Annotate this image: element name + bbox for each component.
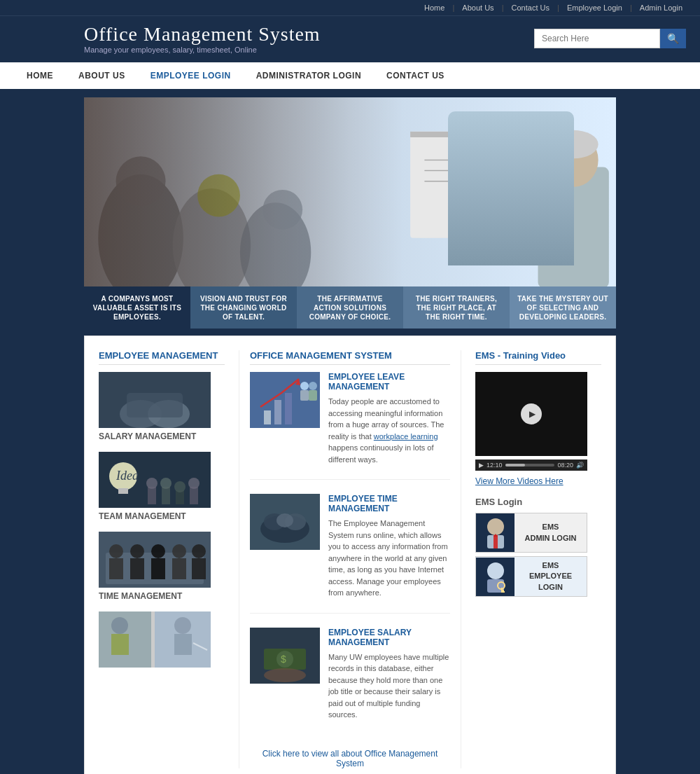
team-management-label: TEAM MANAGEMENT bbox=[99, 511, 225, 521]
svg-rect-53 bbox=[285, 393, 292, 424]
view-more-videos-link[interactable]: View More Videos Here bbox=[475, 476, 601, 486]
svg-rect-52 bbox=[274, 400, 281, 424]
video-total-time: 08:20 bbox=[557, 462, 573, 469]
article-salary-management: $ EMPLOYEE SALARY MANAGEMENT Many UW emp… bbox=[250, 628, 450, 735]
salary-management-item: SALARY MANAGEMENT bbox=[99, 372, 225, 441]
left-col-heading: EMPLOYEE MANAGEMENT bbox=[99, 350, 225, 365]
svg-point-55 bbox=[300, 382, 309, 390]
svg-point-69 bbox=[487, 518, 504, 535]
nav-link-home[interactable]: HOME bbox=[14, 62, 66, 89]
svg-rect-48 bbox=[174, 634, 192, 655]
search-area: 🔍 bbox=[534, 29, 686, 48]
right-column: EMS - Training Video ▶ 12:10 08:20 🔊 Vie… bbox=[475, 350, 601, 768]
workplace-learning-link[interactable]: workplace learning bbox=[374, 432, 438, 441]
svg-rect-21 bbox=[118, 488, 128, 494]
svg-point-68 bbox=[264, 668, 306, 682]
svg-point-33 bbox=[109, 544, 123, 558]
topbar-aboutus-link[interactable]: About Us bbox=[462, 4, 493, 12]
time-management-item: TIME MANAGEMENT bbox=[99, 532, 225, 601]
svg-rect-23 bbox=[148, 487, 156, 504]
article-time-title: EMPLOYEE TIME MANAGEMENT bbox=[328, 494, 450, 513]
hero-image bbox=[84, 97, 616, 286]
article-time-text: The Employee Management System runs onli… bbox=[328, 518, 450, 599]
right-col-heading: EMS - Training Video bbox=[475, 350, 601, 365]
video-play-icon[interactable]: ▶ bbox=[479, 462, 484, 469]
nav: HOME ABOUT US EMPLOYEE LOGIN ADMINISTRAT… bbox=[0, 61, 700, 90]
svg-point-1 bbox=[98, 174, 183, 286]
search-button[interactable]: 🔍 bbox=[660, 29, 686, 48]
time-management-label: TIME MANAGEMENT bbox=[99, 591, 225, 601]
article-time-image bbox=[250, 494, 320, 550]
article-leave-image bbox=[250, 372, 320, 428]
svg-rect-12 bbox=[538, 167, 609, 286]
article-salary-image: $ bbox=[250, 628, 320, 684]
svg-point-26 bbox=[160, 478, 172, 489]
play-button[interactable] bbox=[521, 403, 542, 424]
extra-management-image bbox=[99, 611, 211, 668]
svg-point-28 bbox=[174, 481, 186, 492]
svg-point-39 bbox=[172, 544, 186, 558]
header: Office Management System Manage your emp… bbox=[0, 16, 700, 61]
admin-login-text: EMS ADMIN LOGIN bbox=[514, 518, 587, 547]
topbar-home-link[interactable]: Home bbox=[424, 4, 444, 12]
svg-point-2 bbox=[116, 156, 166, 206]
nav-item-home[interactable]: HOME bbox=[14, 62, 66, 89]
svg-point-73 bbox=[487, 562, 504, 579]
svg-point-56 bbox=[309, 382, 317, 390]
svg-rect-34 bbox=[109, 558, 123, 579]
salary-management-label: SALARY MANAGEMENT bbox=[99, 431, 225, 441]
svg-rect-18 bbox=[127, 393, 183, 417]
article-leave-management: EMPLOYEE LEAVE MANAGEMENT Today people a… bbox=[250, 372, 450, 480]
svg-point-45 bbox=[111, 617, 128, 634]
video-current-time: 12:10 bbox=[486, 462, 503, 469]
svg-rect-77 bbox=[501, 591, 505, 593]
nav-link-about[interactable]: ABOUT US bbox=[66, 62, 138, 89]
nav-item-admin-login[interactable]: ADMINISTRATOR LOGIN bbox=[244, 62, 374, 89]
article-time-management: EMPLOYEE TIME MANAGEMENT The Employee Ma… bbox=[250, 494, 450, 614]
video-controls: ▶ 12:10 08:20 🔊 bbox=[475, 459, 587, 471]
svg-rect-46 bbox=[111, 634, 129, 655]
svg-text:$: $ bbox=[281, 654, 286, 665]
team-management-image: Idea bbox=[99, 452, 211, 508]
time-management-image bbox=[99, 532, 211, 588]
article-time-content: EMPLOYEE TIME MANAGEMENT The Employee Ma… bbox=[328, 494, 450, 599]
admin-login-icon bbox=[476, 513, 514, 552]
svg-point-63 bbox=[276, 513, 293, 527]
svg-rect-25 bbox=[162, 487, 170, 504]
svg-rect-7 bbox=[410, 132, 538, 238]
article-salary-title: EMPLOYEE SALARY MANAGEMENT bbox=[328, 628, 450, 647]
nav-link-admin-login[interactable]: ADMINISTRATOR LOGIN bbox=[244, 62, 374, 89]
nav-item-about[interactable]: ABOUT US bbox=[66, 62, 138, 89]
video-progress-bar[interactable] bbox=[505, 464, 555, 467]
topbar-adminLogin-link[interactable]: Admin Login bbox=[640, 4, 682, 12]
extra-mgmt-item bbox=[99, 611, 225, 668]
volume-icon[interactable]: 🔊 bbox=[576, 462, 584, 469]
svg-rect-58 bbox=[309, 390, 317, 401]
search-input[interactable] bbox=[534, 29, 660, 48]
nav-link-contact[interactable]: CONTACT US bbox=[374, 62, 457, 89]
svg-rect-78 bbox=[501, 590, 504, 591]
article-salary-text: Many UW employees have multiple records … bbox=[328, 651, 450, 721]
ems-login-label: EMS Login bbox=[475, 497, 601, 507]
sep2: | bbox=[502, 4, 504, 12]
topbar-contactus-link[interactable]: Contact Us bbox=[512, 4, 550, 12]
admin-login-button[interactable]: EMS ADMIN LOGIN bbox=[475, 513, 587, 553]
svg-point-14 bbox=[549, 130, 598, 159]
view-all-link[interactable]: Click here to view all about Office Mana… bbox=[250, 749, 450, 768]
svg-rect-8 bbox=[410, 132, 538, 137]
salary-management-image bbox=[99, 372, 211, 428]
nav-item-contact[interactable]: CONTACT US bbox=[374, 62, 457, 89]
article-leave-content: EMPLOYEE LEAVE MANAGEMENT Today people a… bbox=[328, 372, 450, 465]
nav-list: HOME ABOUT US EMPLOYEE LOGIN ADMINISTRAT… bbox=[0, 62, 700, 89]
nav-link-employee-login[interactable]: EMPLOYEE LOGIN bbox=[138, 62, 244, 89]
topbar-empLogin-link[interactable]: Employee Login bbox=[567, 4, 622, 12]
svg-point-4 bbox=[197, 174, 240, 217]
svg-point-5 bbox=[240, 202, 311, 286]
logo-area: Office Management System Manage your emp… bbox=[84, 23, 321, 54]
sep4: | bbox=[630, 4, 632, 12]
employee-login-button[interactable]: EMS EMPLOYEE LOGIN bbox=[475, 556, 587, 597]
svg-rect-36 bbox=[130, 558, 144, 579]
nav-item-employee-login[interactable]: EMPLOYEE LOGIN bbox=[138, 62, 244, 89]
svg-rect-71 bbox=[493, 535, 498, 548]
employee-login-text: EMS EMPLOYEE LOGIN bbox=[514, 557, 587, 596]
